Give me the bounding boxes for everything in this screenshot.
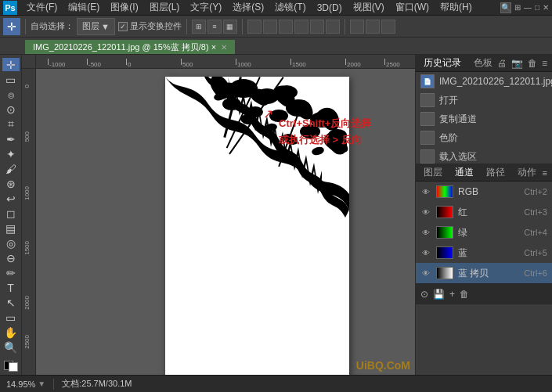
healing-btn[interactable]: ✦: [2, 147, 20, 160]
channel-shortcut-blue: Ctrl+5: [524, 248, 547, 257]
pen-btn[interactable]: ✏: [2, 267, 20, 280]
shape-btn[interactable]: ▭: [2, 311, 20, 325]
dodge-btn[interactable]: ⊖: [2, 252, 20, 265]
arrange-btn-2[interactable]: ≡: [207, 20, 222, 34]
align-middle-btn[interactable]: [310, 20, 324, 34]
ch-new-channel-icon[interactable]: +: [449, 289, 455, 300]
history-camera-icon[interactable]: 📷: [511, 58, 523, 69]
path-select-btn[interactable]: ↖: [2, 297, 20, 310]
move-tool-btn[interactable]: ✛: [2, 58, 20, 71]
hand-btn[interactable]: ✋: [2, 326, 20, 340]
channel-blue-copy[interactable]: 👁 蓝 拷贝 Ctrl+6: [416, 263, 552, 283]
workspace-icon[interactable]: ⊞: [514, 3, 521, 12]
zoom-control: 14.95% ▼: [6, 379, 45, 389]
channel-name-blue: 蓝: [458, 246, 519, 260]
history-trash-icon[interactable]: 🗑: [528, 58, 537, 69]
close-icon[interactable]: ✕: [543, 3, 549, 12]
color-swatches[interactable]: [4, 361, 18, 372]
tab-swatches[interactable]: 色板: [471, 55, 496, 71]
eraser-btn[interactable]: ◻: [2, 207, 20, 220]
channel-visible-green[interactable]: 👁: [420, 227, 431, 238]
ch-save-selection-icon[interactable]: 💾: [433, 289, 445, 300]
brush-btn[interactable]: 🖌: [2, 162, 20, 175]
align-top-btn[interactable]: [294, 20, 308, 34]
search-icon[interactable]: 🔍: [500, 2, 511, 13]
text-btn[interactable]: T: [2, 282, 20, 295]
tab-actions[interactable]: 动作: [514, 164, 539, 181]
eyedropper-btn[interactable]: ✒: [2, 132, 20, 146]
channel-green[interactable]: 👁 绿 Ctrl+4: [416, 222, 552, 243]
history-tabs: 历史记录 色板: [420, 55, 496, 71]
channel-red[interactable]: 👁 红 Ctrl+3: [416, 202, 552, 222]
channel-visible-blue[interactable]: 👁: [420, 247, 431, 258]
menu-3d[interactable]: 3D(D): [312, 1, 347, 15]
history-brush-btn[interactable]: ↩: [2, 192, 20, 205]
channel-visible-copy[interactable]: 👁: [420, 268, 431, 279]
show-transform-toggle[interactable]: ✓ 显示变换控件: [118, 20, 182, 32]
clone-stamp-btn[interactable]: ⊛: [2, 177, 20, 190]
dist-btn-3[interactable]: [381, 20, 395, 34]
channel-rgb[interactable]: 👁 RGB Ctrl+2: [416, 182, 552, 202]
menu-edit[interactable]: 编辑(E): [63, 0, 104, 16]
tab-history[interactable]: 历史记录: [420, 55, 464, 71]
channel-visible-rgb[interactable]: 👁: [420, 186, 431, 197]
tab-channels[interactable]: 通道: [452, 164, 477, 181]
menu-view[interactable]: 视图(V): [348, 0, 389, 16]
quick-select-btn[interactable]: ⊙: [2, 102, 20, 116]
minimize-icon[interactable]: —: [524, 3, 532, 12]
history-item-0[interactable]: 打开: [416, 91, 552, 110]
ch-load-selection-icon[interactable]: ⊙: [420, 289, 428, 300]
ruler-tick-v: 2500: [23, 335, 31, 349]
history-item-1[interactable]: 复制通道: [416, 110, 552, 128]
history-filename-item[interactable]: 📄 IMG_20210226_122011.jpg: [416, 72, 552, 91]
marquee-tool-btn[interactable]: ▭: [2, 73, 20, 86]
channel-name-copy: 蓝 拷贝: [458, 267, 519, 280]
left-toolbar: ✛ ▭ ⌾ ⊙ ⌗ ✒ ✦ 🖌 ⊛ ↩ ◻ ▤ ◎ ⊖ ✏ T ↖ ▭ ✋ 🔍: [0, 55, 22, 375]
history-label-1: 复制通道: [439, 113, 477, 126]
lasso-tool-btn[interactable]: ⌾: [2, 88, 20, 101]
arrange-btn-3[interactable]: ▦: [223, 20, 237, 34]
channel-visible-red[interactable]: 👁: [420, 207, 431, 218]
ch-icon-menu[interactable]: ≡: [543, 168, 547, 178]
menu-text[interactable]: 文字(Y): [186, 0, 226, 16]
tab-close-btn[interactable]: ✕: [221, 43, 227, 52]
align-right-btn[interactable]: [279, 20, 293, 34]
ch-delete-channel-icon[interactable]: 🗑: [460, 289, 469, 300]
toolbar-separator-2: [186, 19, 187, 34]
dist-btn-1[interactable]: [350, 20, 364, 34]
status-bar: 14.95% ▼ 文档:25.7M/30.1M: [0, 375, 552, 392]
history-file-thumb: 📄: [420, 74, 435, 88]
zoom-btn[interactable]: 🔍: [2, 341, 20, 354]
auto-select-dropdown[interactable]: 图层 ▼: [77, 18, 115, 35]
ps-logo: Ps: [3, 1, 17, 15]
history-item-3[interactable]: 载入选区: [416, 147, 552, 164]
menu-file[interactable]: 文件(F): [22, 0, 62, 16]
menu-image[interactable]: 图像(I): [106, 0, 143, 16]
ruler-tick-v: 0: [23, 85, 31, 88]
background-color[interactable]: [9, 362, 18, 372]
restore-icon[interactable]: □: [535, 3, 539, 12]
arrange-btn-1[interactable]: ⊞: [192, 20, 206, 34]
align-left-btn[interactable]: [247, 20, 262, 34]
document-tab[interactable]: IMG_20210226_122011.jpg @ 15%蓝 拷贝/8) × ✕: [25, 40, 235, 54]
menu-window[interactable]: 窗口(W): [391, 0, 434, 16]
history-print-icon[interactable]: 🖨: [497, 58, 507, 69]
channel-blue[interactable]: 👁 蓝 Ctrl+5: [416, 243, 552, 263]
history-menu-icon[interactable]: ≡: [542, 58, 547, 69]
move-tool-icon[interactable]: ✛: [3, 18, 20, 35]
gradient-btn[interactable]: ▤: [2, 222, 20, 236]
blur-btn[interactable]: ◎: [2, 237, 20, 250]
dist-btn-2[interactable]: [366, 20, 380, 34]
menu-layer[interactable]: 图层(L): [145, 0, 185, 16]
channel-thumb-copy: [436, 267, 453, 279]
menu-help[interactable]: 帮助(H): [435, 0, 477, 16]
menu-filter[interactable]: 滤镜(T): [270, 0, 310, 16]
align-center-btn[interactable]: [263, 20, 277, 34]
transform-checkbox[interactable]: ✓: [118, 22, 128, 31]
align-bottom-btn[interactable]: [326, 20, 340, 34]
crop-tool-btn[interactable]: ⌗: [2, 117, 20, 131]
tab-paths[interactable]: 路径: [483, 164, 508, 181]
history-item-2[interactable]: 色阶: [416, 128, 552, 147]
menu-select[interactable]: 选择(S): [228, 0, 269, 16]
tab-layers[interactable]: 图层: [420, 164, 446, 181]
